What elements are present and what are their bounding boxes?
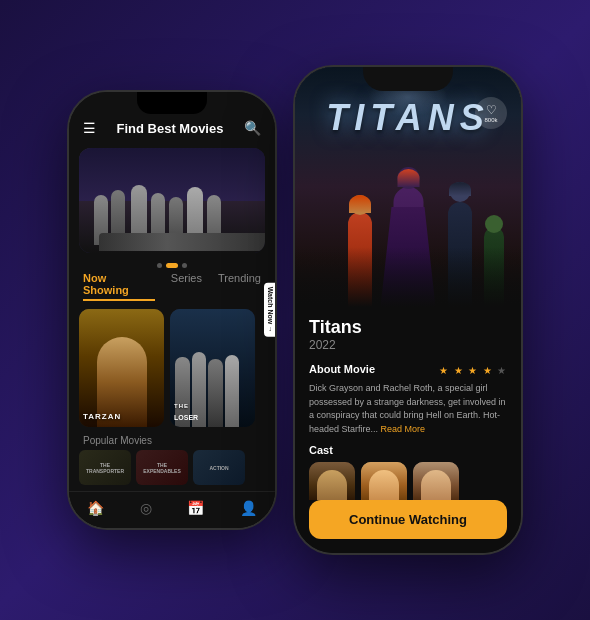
small-movie-transporter[interactable]: THE TRANSPORTER [79,450,131,485]
unknown-title: ACTION [207,463,230,473]
hero-banner [79,148,265,253]
transporter-title: THE TRANSPORTER [79,460,131,476]
small-movies-row: THE TRANSPORTER THE EXPENDABLES ACTION [69,450,275,491]
star-5: ★ [497,365,507,376]
notch-1 [137,92,207,114]
titans-hero: TITANS [295,67,521,307]
dot-3[interactable] [182,263,187,268]
movie-description: Dick Grayson and Rachel Roth, a special … [309,382,507,436]
read-more-link[interactable]: Read More [381,424,426,434]
cast-avatar-1[interactable] [309,462,355,500]
about-section-label: About Movie [309,363,375,375]
nav-home-icon[interactable]: 🏠 [87,500,104,516]
losers-title: LOSER [174,414,198,421]
small-movie-unknown[interactable]: ACTION [193,450,245,485]
search-icon[interactable]: 🔍 [244,120,261,136]
cast-avatar-3[interactable] [413,462,459,500]
phone-1: ☰ Find Best Movies 🔍 [67,90,277,530]
nav-search-icon[interactable]: ◎ [140,500,152,516]
heart-button[interactable]: ♡ 800k [475,97,507,129]
movie-info: Titans 2022 About Movie ★ ★ ★ ★ ★ Dick G… [295,307,521,500]
notch-2 [363,67,453,91]
watch-now-badge[interactable]: Watch Now → [264,283,277,337]
cast-row [309,462,507,500]
heart-count: 800k [484,117,497,123]
tarzan-title: TARZAN [83,412,121,421]
star-1: ★ [439,365,449,376]
popular-section-label: Popular Movies [69,427,275,450]
page-title: Find Best Movies [117,121,224,136]
movie-card-tarzan[interactable]: TARZAN [79,309,164,427]
tab-trending[interactable]: Trending [218,272,261,301]
dot-2[interactable] [166,263,178,268]
movie-title: Titans [309,317,507,338]
small-movie-expendables[interactable]: THE EXPENDABLES [136,450,188,485]
nav-calendar-icon[interactable]: 📅 [187,500,204,516]
movie-card-losers[interactable]: THE LOSER [170,309,255,427]
cast-section-label: Cast [309,444,507,456]
bottom-navbar: 🏠 ◎ 📅 👤 [69,491,275,528]
tab-series[interactable]: Series [171,272,202,301]
tab-now-showing[interactable]: Now Showing [83,272,155,301]
carousel-dots [69,257,275,272]
expendables-title: THE EXPENDABLES [136,460,188,476]
star-3: ★ [468,365,478,376]
movie-cards-row: TARZAN Watch Now → THE LOSER [69,309,275,427]
dot-1[interactable] [157,263,162,268]
heart-icon: ♡ [486,103,497,117]
star-4: ★ [483,365,493,376]
movie-year: 2022 [309,338,507,352]
nav-profile-icon[interactable]: 👤 [240,500,257,516]
cast-avatar-2[interactable] [361,462,407,500]
movie-tabs: Now Showing Series Trending [69,272,275,301]
star-rating: ★ ★ ★ ★ ★ [439,360,507,378]
phone-2: TITANS [293,65,523,555]
continue-watching-button[interactable]: Continue Watching [309,500,507,539]
star-2: ★ [454,365,464,376]
menu-icon[interactable]: ☰ [83,120,96,136]
